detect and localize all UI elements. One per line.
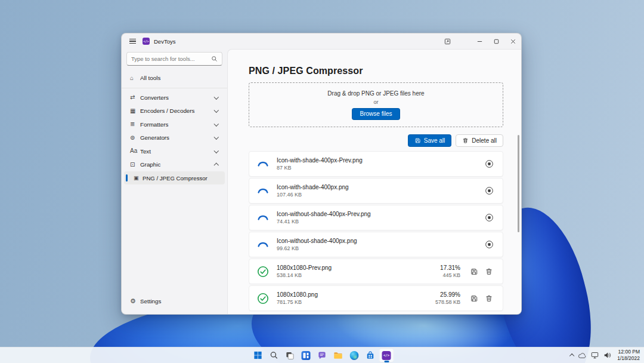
delete-file-button[interactable] <box>483 266 495 278</box>
selected-tool-label: PNG / JPEG Compressor <box>143 175 219 182</box>
file-name: 1080x1080-Prev.png <box>277 264 440 271</box>
start-button[interactable] <box>250 348 265 362</box>
widgets-icon <box>302 351 311 360</box>
progress-spinner-icon <box>257 158 269 170</box>
tool-search-box[interactable] <box>126 52 222 66</box>
windows-logo-icon <box>253 351 262 359</box>
file-row: Icon-without-shade-400px.png 99.62 KB <box>249 232 503 257</box>
category-label: Converters <box>140 94 215 101</box>
browse-files-button[interactable]: Browse files <box>352 108 401 120</box>
edge-browser-button[interactable] <box>347 348 362 362</box>
image-tool-icon: ▣ <box>134 176 143 181</box>
sidebar-category-item[interactable]: Aa Text <box>124 144 225 158</box>
speaker-icon <box>603 352 611 359</box>
file-size: 99.62 KB <box>277 245 483 251</box>
widgets-button[interactable] <box>299 348 314 362</box>
search-icon <box>270 351 278 359</box>
compact-overlay-button[interactable] <box>439 33 456 49</box>
category-label: Formatters <box>140 121 215 128</box>
dropzone-or-label: or <box>373 99 378 105</box>
file-size: 74.41 KB <box>277 219 483 224</box>
progress-spinner-icon <box>257 239 269 251</box>
dropzone-instruction: Drag & drop PNG or JPEG files here <box>327 90 424 97</box>
sidebar-category-item[interactable]: ⇄ Converters <box>124 91 225 104</box>
file-size: 781.75 KB <box>277 299 435 305</box>
maximize-button[interactable] <box>488 33 504 49</box>
delete-file-button[interactable] <box>483 293 495 304</box>
home-icon: ⌂ <box>130 75 140 81</box>
cancel-compression-button[interactable] <box>483 239 495 251</box>
search-taskbar-button[interactable] <box>267 348 281 362</box>
progress-spinner-icon <box>257 212 269 224</box>
chat-button[interactable] <box>315 348 330 362</box>
hamburger-menu-button[interactable] <box>126 35 139 47</box>
sidebar: ⌂ All tools ⇄ Converters ▦ Encoders / De… <box>122 49 227 314</box>
close-button[interactable] <box>504 33 521 49</box>
sidebar-category-item[interactable]: ⊚ Generators <box>124 131 225 145</box>
compression-percent: 25.99% <box>435 291 460 298</box>
window-title: DevToys <box>154 38 175 45</box>
file-size: 87 KB <box>277 165 483 171</box>
chevron-icon <box>213 94 218 99</box>
devtoys-taskbar-button[interactable]: </> <box>379 348 394 362</box>
file-row: 1080x1080.png 781.75 KB 25.99% 578.58 KB <box>249 285 503 311</box>
check-circle-icon <box>257 266 269 278</box>
delete-all-button[interactable]: Delete all <box>456 134 503 147</box>
trash-icon <box>485 294 493 303</box>
network-tray-button[interactable] <box>591 352 599 359</box>
cancel-compression-button[interactable] <box>483 185 495 197</box>
file-row: Icon-without-shade-400px-Prev.png 74.41 … <box>249 205 503 230</box>
stop-icon <box>485 213 494 222</box>
devtoys-window: </> DevToys <box>121 33 522 315</box>
selection-indicator <box>126 174 128 182</box>
search-input[interactable] <box>131 56 211 62</box>
file-name: Icon-without-shade-400px.png <box>277 238 483 244</box>
save-all-button[interactable]: Save all <box>408 134 452 147</box>
status-icon <box>257 212 269 224</box>
sidebar-category-item[interactable]: ▦ Encoders / Decoders <box>124 104 225 118</box>
save-icon <box>414 137 421 144</box>
category-icon: ▦ <box>130 108 140 114</box>
list-toolbar: Save all Delete all <box>249 134 503 147</box>
stop-icon <box>485 240 494 249</box>
category-icon: ⊡ <box>130 162 140 168</box>
compressed-size: 445 KB <box>440 272 460 278</box>
sidebar-item-png-jpeg-compressor[interactable]: ▣ PNG / JPEG Compressor <box>124 171 225 184</box>
sidebar-item-settings[interactable]: ⚙ Settings <box>124 294 225 309</box>
all-tools-label: All tools <box>140 75 219 81</box>
file-name: Icon-with-shade-400px-Prev.png <box>277 157 483 164</box>
category-label: Encoders / Decoders <box>140 107 215 114</box>
main-content: PNG / JPEG Compressor Drag & drop PNG or… <box>227 49 521 314</box>
volume-tray-button[interactable] <box>603 352 611 359</box>
file-size: 107.46 KB <box>277 192 483 198</box>
microsoft-store-button[interactable] <box>363 348 378 362</box>
devtoys-logo-icon: </> <box>143 38 150 45</box>
save-file-button[interactable] <box>468 293 480 304</box>
stop-icon <box>485 186 494 195</box>
trash-icon <box>462 137 469 144</box>
onedrive-tray-button[interactable] <box>578 352 586 359</box>
file-row: Icon-with-shade-400px-Prev.png 87 KB <box>249 151 503 177</box>
sidebar-category-item[interactable]: ⊡ Graphic <box>124 158 225 172</box>
task-view-button[interactable] <box>283 348 298 362</box>
search-icon <box>211 56 218 62</box>
sidebar-category-item[interactable]: ≣ Formatters <box>124 118 225 131</box>
status-icon <box>257 158 269 170</box>
status-icon <box>257 239 269 251</box>
cancel-compression-button[interactable] <box>483 212 495 224</box>
save-file-button[interactable] <box>468 266 480 278</box>
store-icon <box>366 351 375 360</box>
scrollbar-thumb[interactable] <box>518 135 519 232</box>
file-dropzone[interactable]: Drag & drop PNG or JPEG files here or Br… <box>249 82 503 127</box>
sidebar-item-all-tools[interactable]: ⌂ All tools <box>124 70 225 85</box>
file-explorer-button[interactable] <box>331 348 346 362</box>
hidden-icons-chevron-icon[interactable] <box>569 354 574 359</box>
clock-time: 12:00 PM <box>617 349 640 355</box>
taskbar-clock[interactable]: 12:00 PM 1/18/2022 <box>617 349 640 362</box>
status-icon <box>257 185 269 197</box>
category-icon: ⇄ <box>130 94 140 100</box>
cancel-compression-button[interactable] <box>483 158 495 170</box>
system-tray: 12:00 PM 1/18/2022 <box>570 347 640 363</box>
minimize-button[interactable] <box>471 33 488 49</box>
sidebar-divider <box>122 88 227 88</box>
